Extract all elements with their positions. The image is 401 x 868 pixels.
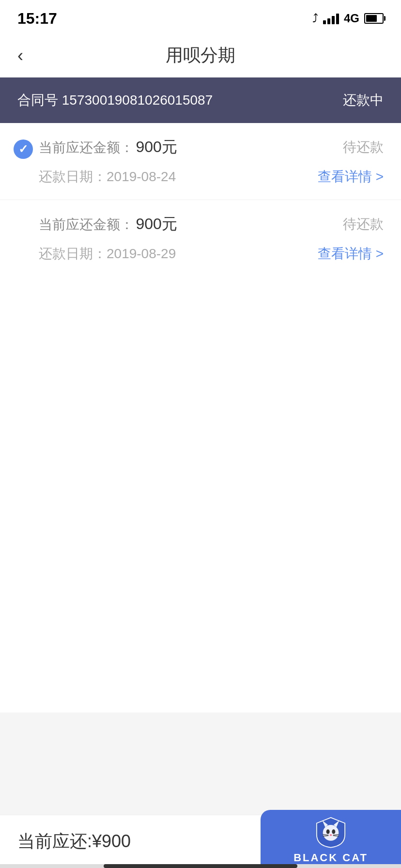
payment-date-row-2: 还款日期：2019-08-29 查看详情 > bbox=[39, 245, 384, 263]
svg-point-3 bbox=[326, 829, 330, 834]
amount-value-1: 900元 bbox=[136, 138, 177, 155]
payment-list: ✓ 当前应还金额： 900元 待还款 还款日期：2019-08-24 查看详情 … bbox=[0, 123, 401, 277]
detail-link-2[interactable]: 查看详情 > bbox=[318, 245, 384, 263]
bottom-total: 当前应还:¥900 bbox=[17, 830, 131, 853]
signal-icon bbox=[323, 13, 339, 24]
location-icon: ⤴ bbox=[312, 12, 318, 25]
payment-item-1: ✓ 当前应还金额： 900元 待还款 还款日期：2019-08-24 查看详情 … bbox=[0, 123, 401, 200]
black-cat-text: BLACK CAT bbox=[293, 852, 368, 864]
amount-label-1: 当前应还金额： bbox=[39, 140, 134, 155]
network-type: 4G bbox=[344, 12, 359, 25]
check-icon: ✓ bbox=[18, 142, 28, 156]
svg-point-5 bbox=[330, 834, 332, 836]
back-button[interactable]: ‹ bbox=[17, 46, 23, 66]
payment-amount-container-1: 当前应还金额： 900元 bbox=[39, 137, 177, 158]
contract-status: 还款中 bbox=[343, 91, 384, 109]
payment-amount-row-2: 当前应还金额： 900元 待还款 bbox=[39, 214, 384, 235]
black-cat-watermark: BLACK CAT bbox=[261, 810, 401, 868]
page-title: 用呗分期 bbox=[166, 44, 235, 67]
date-label-1: 还款日期：2019-08-24 bbox=[39, 168, 176, 186]
status-time: 15:17 bbox=[17, 10, 57, 28]
check-circle-1[interactable]: ✓ bbox=[14, 140, 33, 159]
battery-icon bbox=[364, 13, 384, 24]
home-indicator bbox=[0, 864, 401, 868]
payment-amount-row-1: 当前应还金额： 900元 待还款 bbox=[39, 137, 384, 158]
payment-status-1: 待还款 bbox=[343, 138, 384, 156]
date-label-2: 还款日期：2019-08-29 bbox=[39, 245, 176, 263]
spacer bbox=[0, 277, 401, 713]
svg-point-4 bbox=[332, 829, 335, 834]
amount-label-2: 当前应还金额： bbox=[39, 217, 134, 232]
payment-item-2: 当前应还金额： 900元 待还款 还款日期：2019-08-29 查看详情 > bbox=[0, 200, 401, 277]
contract-header: 合同号 15730019081026015087 还款中 bbox=[0, 78, 401, 123]
payment-date-row-1: 还款日期：2019-08-24 查看详情 > bbox=[39, 168, 384, 186]
payment-status-2: 待还款 bbox=[343, 215, 384, 233]
detail-link-1[interactable]: 查看详情 > bbox=[318, 168, 384, 186]
status-icons: ⤴ 4G bbox=[312, 12, 384, 25]
contract-number: 合同号 15730019081026015087 bbox=[17, 91, 213, 109]
amount-value-2: 900元 bbox=[136, 215, 177, 232]
home-indicator-fill bbox=[104, 864, 297, 868]
status-bar: 15:17 ⤴ 4G bbox=[0, 0, 401, 34]
svg-point-0 bbox=[323, 825, 339, 841]
nav-bar: ‹ 用呗分期 bbox=[0, 34, 401, 78]
payment-amount-container-2: 当前应还金额： 900元 bbox=[39, 214, 177, 235]
black-cat-icon bbox=[314, 815, 348, 849]
